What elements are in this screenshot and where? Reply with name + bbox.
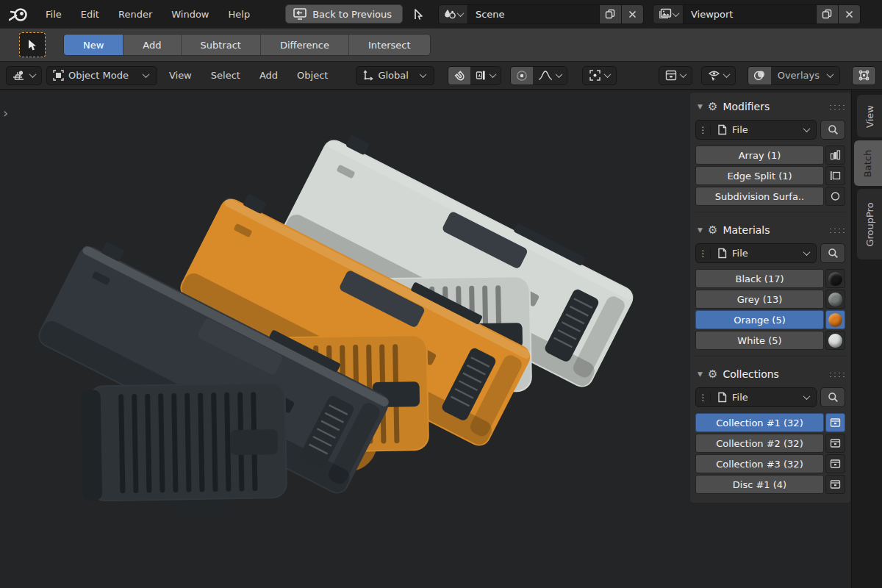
- viewlayer-name-field[interactable]: Viewport: [684, 5, 816, 24]
- material-white-button[interactable]: White (5): [695, 331, 824, 350]
- boolean-difference-button[interactable]: Difference: [261, 35, 349, 55]
- back-to-previous-button[interactable]: Back to Previous: [285, 4, 403, 24]
- panel-drag-handle[interactable]: [828, 371, 845, 378]
- back-to-previous-label: Back to Previous: [312, 9, 392, 20]
- proportional-falloff-dropdown[interactable]: [533, 67, 567, 85]
- active-tool-select-box[interactable]: [19, 32, 46, 57]
- panel-drag-handle[interactable]: [828, 104, 845, 110]
- panel-header-modifiers[interactable]: ▼ ⚙ Modifiers: [693, 97, 847, 117]
- search-icon: [828, 392, 839, 403]
- boolean-intersect-button[interactable]: Intersect: [349, 35, 430, 55]
- material-orange-button[interactable]: Orange (5): [695, 310, 824, 329]
- collection-disc-button[interactable]: Disc #1 (4): [695, 475, 824, 494]
- menu-add[interactable]: Add: [252, 67, 285, 84]
- viewlayer-browse-button[interactable]: [653, 5, 684, 24]
- scene-close-button[interactable]: [621, 5, 643, 24]
- filter-value: File: [732, 124, 804, 135]
- blender-logo-icon[interactable]: [7, 4, 29, 24]
- sidebar-tab-batch[interactable]: Batch: [854, 140, 882, 186]
- scene-copy-button[interactable]: [599, 5, 621, 24]
- menu-object[interactable]: Object: [290, 67, 335, 84]
- collections-search-button[interactable]: [820, 387, 845, 407]
- scene-selector[interactable]: Scene: [438, 4, 644, 24]
- collapse-triangle-icon[interactable]: ▼: [698, 103, 703, 110]
- collection-box-icon[interactable]: [825, 475, 845, 494]
- scene-browse-button[interactable]: [439, 5, 468, 24]
- overlays-toggle[interactable]: [748, 67, 771, 85]
- tool-settings-bar: New Add Subtract Difference Intersect: [0, 28, 882, 62]
- viewlayer-selector[interactable]: Viewport: [653, 4, 861, 24]
- gizmos-toggle[interactable]: [853, 67, 875, 85]
- material-black-button[interactable]: Black (17): [695, 269, 824, 288]
- gear-icon: ⚙: [708, 225, 717, 236]
- snap-toggle-button[interactable]: [448, 67, 470, 85]
- object-visibility-dropdown[interactable]: [659, 66, 692, 85]
- materials-search-button[interactable]: [820, 243, 845, 263]
- pivot-point-dropdown[interactable]: [582, 66, 617, 85]
- modifier-row-array: Array (1): [695, 146, 845, 165]
- menu-window[interactable]: Window: [162, 5, 218, 24]
- options-dots-icon[interactable]: ⋮: [696, 125, 711, 135]
- collection-3-button[interactable]: Collection #3 (32): [695, 454, 824, 473]
- sidebar-tab-grouppro[interactable]: GroupPro: [857, 189, 882, 259]
- menu-help[interactable]: Help: [220, 5, 259, 24]
- chevron-down-icon: [603, 71, 611, 78]
- panel-header-materials[interactable]: ▼ ⚙ Materials: [693, 220, 847, 240]
- mode-dropdown[interactable]: Object Mode: [46, 66, 157, 85]
- options-dots-icon[interactable]: ⋮: [696, 392, 711, 403]
- scene-name-field[interactable]: Scene: [468, 5, 599, 24]
- chevron-down-icon: [555, 71, 562, 78]
- material-swatch-black[interactable]: [825, 269, 845, 288]
- modifier-array-button[interactable]: Array (1): [695, 146, 824, 165]
- sidebar-tab-view[interactable]: View: [857, 95, 882, 137]
- panel-drag-handle[interactable]: [828, 227, 845, 234]
- overlays-dropdown[interactable]: Overlays: [771, 67, 839, 85]
- collections-filter-dropdown[interactable]: ⋮ File: [695, 387, 817, 407]
- menu-file[interactable]: File: [37, 5, 71, 24]
- material-swatch-white[interactable]: [825, 331, 845, 350]
- modifier-edge-split-button[interactable]: Edge Split (1): [695, 166, 824, 185]
- transform-orientation-dropdown[interactable]: Global: [356, 66, 434, 85]
- panel-header-collections[interactable]: ▼ ⚙ Collections: [693, 365, 847, 384]
- collapse-triangle-icon[interactable]: ▼: [698, 370, 703, 378]
- modifier-subsurf-button[interactable]: Subdivision Surfa..: [695, 187, 824, 206]
- magnet-icon: [453, 70, 465, 82]
- array-modifier-icon[interactable]: [825, 146, 845, 165]
- modifiers-filter-dropdown[interactable]: ⋮ File: [695, 120, 817, 140]
- subdivision-modifier-icon[interactable]: [825, 187, 845, 206]
- options-dots-icon[interactable]: ⋮: [696, 248, 711, 259]
- boolean-add-button[interactable]: Add: [123, 35, 181, 55]
- modifier-row-subsurf: Subdivision Surfa..: [695, 187, 845, 206]
- material-swatch-grey[interactable]: [825, 290, 845, 309]
- viewlayer-copy-button[interactable]: [816, 5, 838, 24]
- close-icon: [628, 10, 637, 18]
- menu-select[interactable]: Select: [204, 67, 248, 84]
- image-layers-icon: [658, 8, 672, 20]
- snap-settings-dropdown[interactable]: [470, 67, 501, 85]
- toolbar-expand-chevron[interactable]: ›: [3, 107, 8, 120]
- collection-box-icon[interactable]: [825, 413, 845, 432]
- collapse-triangle-icon[interactable]: ▼: [698, 226, 703, 234]
- collection-1-button[interactable]: Collection #1 (32): [695, 413, 824, 432]
- boolean-subtract-button[interactable]: Subtract: [182, 35, 261, 55]
- edge-split-modifier-icon[interactable]: [825, 166, 845, 185]
- modifiers-search-button[interactable]: [820, 120, 845, 140]
- gizmos-toggle-group: [852, 66, 876, 85]
- materials-filter-dropdown[interactable]: ⋮ File: [695, 243, 817, 263]
- menu-edit[interactable]: Edit: [72, 5, 108, 24]
- collection-box-icon[interactable]: [825, 454, 845, 473]
- material-swatch-orange[interactable]: [825, 310, 845, 329]
- cursor-arrow-icon: [413, 7, 425, 21]
- menu-render[interactable]: Render: [110, 5, 161, 24]
- menu-view[interactable]: View: [162, 67, 199, 84]
- material-grey-button[interactable]: Grey (13): [695, 290, 824, 309]
- viewlayer-close-button[interactable]: [838, 5, 860, 24]
- collection-box-icon[interactable]: [825, 434, 845, 453]
- orientation-label: Global: [378, 70, 408, 81]
- copy-icon: [822, 9, 832, 19]
- collection-2-button[interactable]: Collection #2 (32): [695, 434, 824, 453]
- boolean-new-button[interactable]: New: [64, 35, 123, 55]
- show-gizmo-dropdown[interactable]: [701, 66, 736, 85]
- proportional-edit-toggle[interactable]: [511, 67, 533, 85]
- editor-type-button[interactable]: [6, 66, 42, 85]
